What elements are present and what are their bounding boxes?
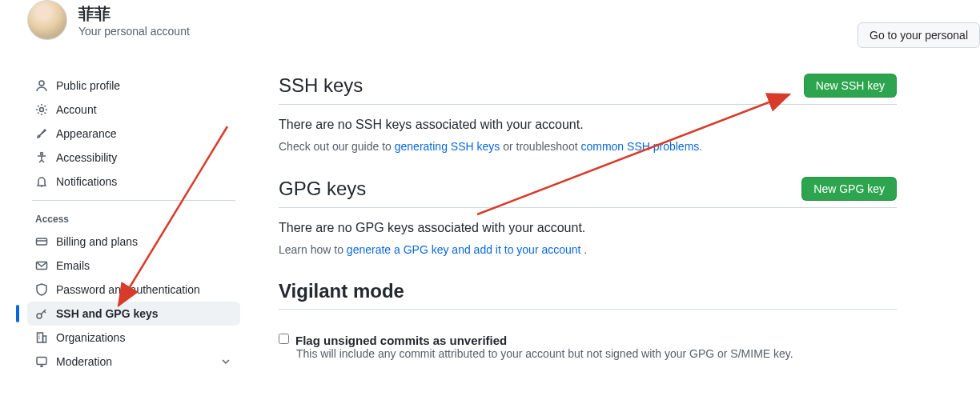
flag-unsigned-desc: This will include any commit attributed … (279, 347, 897, 360)
sidebar-item-password[interactable]: Password and authentication (27, 278, 240, 302)
key-icon (35, 307, 48, 320)
main-content: SSH keys New SSH key There are no SSH ke… (240, 74, 897, 374)
gpg-help-text: Learn how to generate a GPG key and add … (279, 243, 897, 256)
sidebar-item-billing[interactable]: Billing and plans (27, 230, 240, 254)
gear-icon (35, 103, 48, 116)
svg-point-1 (40, 108, 44, 112)
sidebar-item-emails[interactable]: Emails (27, 254, 240, 278)
organization-icon (35, 331, 48, 344)
chevron-down-icon (219, 355, 232, 368)
profile-sub: Your personal account (78, 25, 190, 38)
svg-rect-3 (37, 238, 47, 245)
sidebar-item-accessibility[interactable]: Accessibility (27, 146, 240, 170)
svg-point-2 (41, 153, 43, 155)
generating-ssh-keys-link[interactable]: generating SSH keys (395, 140, 500, 153)
sidebar-item-appearance[interactable]: Appearance (27, 122, 240, 146)
divider (32, 200, 235, 201)
svg-rect-8 (37, 358, 46, 365)
svg-point-0 (39, 81, 44, 86)
svg-rect-6 (38, 333, 43, 342)
sidebar-item-label: Emails (56, 259, 90, 272)
gpg-empty-text: There are no GPG keys associated with yo… (279, 221, 897, 235)
goto-profile-button[interactable]: Go to your personal (858, 22, 980, 48)
sidebar-item-label: Account (56, 103, 97, 116)
avatar[interactable] (27, 0, 67, 40)
accessibility-icon (35, 151, 48, 164)
sidebar-item-notifications[interactable]: Notifications (27, 170, 240, 194)
svg-rect-7 (43, 336, 46, 342)
sidebar-item-label: Organizations (56, 331, 125, 344)
profile-name: 菲菲 (78, 3, 190, 25)
person-icon (35, 79, 48, 92)
sidebar-item-label: Moderation (56, 355, 112, 368)
bell-icon (35, 175, 48, 188)
report-icon (35, 355, 48, 368)
flag-unsigned-checkbox[interactable] (279, 334, 289, 344)
new-gpg-key-button[interactable]: New GPG key (801, 177, 897, 201)
sidebar-item-label: Public profile (56, 79, 120, 92)
sidebar-item-label: Appearance (56, 127, 117, 140)
sidebar-item-ssh-gpg[interactable]: SSH and GPG keys (27, 302, 240, 326)
flag-unsigned-label[interactable]: Flag unsigned commits as unverified (295, 334, 507, 347)
paintbrush-icon (35, 127, 48, 140)
sidebar-item-moderation[interactable]: Moderation (27, 350, 240, 374)
ssh-section-title: SSH keys (279, 74, 363, 97)
sidebar-item-label: SSH and GPG keys (56, 307, 159, 320)
new-ssh-key-button[interactable]: New SSH key (804, 74, 897, 98)
sidebar-item-label: Accessibility (56, 151, 117, 164)
ssh-help-text: Check out our guide to generating SSH ke… (279, 140, 897, 153)
gpg-section-title: GPG keys (279, 178, 366, 200)
credit-card-icon (35, 235, 48, 248)
ssh-empty-text: There are no SSH keys associated with yo… (279, 118, 897, 132)
sidebar-item-account[interactable]: Account (27, 98, 240, 122)
sidebar-item-label: Notifications (56, 175, 117, 188)
vigilant-section-title: Vigilant mode (279, 280, 404, 302)
common-ssh-problems-link[interactable]: common SSH problems (580, 140, 699, 153)
sidebar-item-organizations[interactable]: Organizations (27, 326, 240, 350)
generate-gpg-key-link[interactable]: generate a GPG key and add it to your ac… (347, 243, 581, 256)
sidebar-item-label: Billing and plans (56, 235, 138, 248)
shield-lock-icon (35, 283, 48, 296)
mail-icon (35, 259, 48, 272)
sidebar: Public profile Account Appearance Access… (0, 74, 240, 374)
sidebar-item-label: Password and authentication (56, 283, 200, 296)
sidebar-access-caption: Access (27, 204, 240, 230)
sidebar-item-public-profile[interactable]: Public profile (27, 74, 240, 98)
